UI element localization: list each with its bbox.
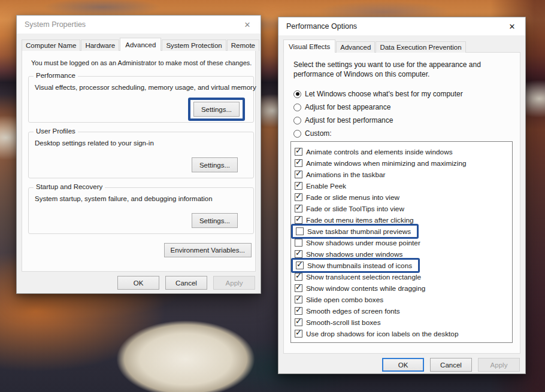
cancel-button[interactable]: Cancel: [165, 276, 207, 290]
checkbox-icon[interactable]: ✓: [296, 262, 304, 269]
ok-button[interactable]: OK: [117, 276, 159, 290]
apply-button: Apply: [213, 276, 255, 290]
radio-icon: [293, 104, 301, 111]
list-item-inner: ✓Fade or slide menus into view: [294, 192, 399, 203]
list-item[interactable]: ✓Smooth-scroll list boxes: [294, 317, 512, 328]
settings-button-performance[interactable]: Settings...: [193, 102, 240, 117]
visual-effects-radio-group: Let Windows choose what's best for my co…: [293, 87, 520, 140]
annotation-box: Save taskbar thumbnail previews: [291, 224, 419, 239]
tab-computer-name[interactable]: Computer Name: [22, 39, 80, 51]
tab-hardware[interactable]: Hardware: [81, 39, 119, 51]
list-item[interactable]: ✓Enable Peek: [294, 180, 512, 192]
checkbox-icon[interactable]: ✓: [295, 330, 302, 338]
list-item-label: Show translucent selection rectangle: [306, 273, 421, 281]
visual-effects-list[interactable]: ✓Animate controls and elements inside wi…: [290, 141, 513, 343]
list-item-label: Show thumbnails instead of icons: [307, 262, 412, 270]
checkbox-icon[interactable]: ✓: [295, 284, 302, 292]
checkbox-icon[interactable]: ✓: [295, 148, 302, 156]
check-glyph: ✓: [295, 249, 302, 257]
settings-button-user-profiles[interactable]: Settings...: [192, 157, 238, 172]
list-item-label: Animate windows when minimizing and maxi…: [306, 159, 467, 168]
group-user-profiles: User ProfilesDesktop settings related to…: [28, 132, 254, 178]
environment-variables-button[interactable]: Environment Variables...: [164, 243, 252, 257]
tab-system-protection[interactable]: System Protection: [162, 39, 226, 51]
close-icon[interactable]: ✕: [234, 16, 261, 34]
check-glyph: ✓: [295, 203, 302, 211]
list-item-label: Animate controls and elements inside win…: [306, 148, 453, 156]
list-item-inner: Show shadows under mouse pointer: [294, 237, 420, 248]
list-item[interactable]: ✓Show thumbnails instead of icons: [294, 260, 512, 271]
settings-button-startup-and-recovery[interactable]: Settings...: [192, 213, 238, 228]
group-performance: PerformanceVisual effects, processor sch…: [28, 76, 254, 123]
window-title: Performance Options: [286, 22, 357, 31]
checkbox-icon[interactable]: [296, 227, 304, 235]
annotation-box: ✓Show thumbnails instead of icons: [291, 258, 420, 273]
checkbox-icon[interactable]: ✓: [295, 205, 302, 212]
apply-button: Apply: [478, 358, 520, 372]
checkbox-icon[interactable]: ✓: [295, 250, 302, 258]
radio-option-let-windows-choose-what-s-best-for-my-computer[interactable]: Let Windows choose what's best for my co…: [293, 87, 520, 101]
tab-visual-effects[interactable]: Visual Effects: [283, 39, 335, 53]
tab-data-execution-prevention[interactable]: Data Execution Prevention: [376, 41, 465, 53]
radio-label: Adjust for best appearance: [305, 103, 390, 111]
check-glyph: ✓: [295, 294, 302, 302]
check-glyph: ✓: [295, 169, 302, 177]
list-item[interactable]: ✓Slide open combo boxes: [294, 294, 512, 305]
checkbox-icon[interactable]: ✓: [295, 171, 302, 178]
list-item[interactable]: ✓Show window contents while dragging: [294, 282, 512, 294]
tab-advanced[interactable]: Advanced: [120, 38, 161, 51]
radio-option-custom[interactable]: Custom:: [293, 127, 520, 140]
ok-button[interactable]: OK: [382, 358, 424, 372]
tab-remote[interactable]: Remote: [227, 39, 259, 51]
performance-options-tab-strip: Visual EffectsAdvancedData Execution Pre…: [278, 35, 525, 52]
close-x-glyph: ✕: [509, 23, 516, 31]
list-item-inner: ✓Show translucent selection rectangle: [294, 271, 421, 282]
performance-options-footer: OKCancelApply: [278, 358, 525, 372]
list-item-label: Use drop shadows for icon labels on the …: [306, 330, 458, 338]
advanced-tab-page: You must be logged on as an Administrato…: [22, 50, 256, 272]
checkbox-icon[interactable]: ✓: [295, 193, 302, 201]
check-glyph: ✓: [296, 260, 303, 268]
window-title: System Properties: [25, 20, 86, 29]
checkbox-icon[interactable]: ✓: [295, 296, 302, 303]
list-item[interactable]: ✓Show translucent selection rectangle: [294, 271, 512, 282]
list-item[interactable]: ✓Animations in the taskbar: [294, 169, 512, 180]
radio-option-adjust-for-best-performance[interactable]: Adjust for best performance: [293, 114, 520, 127]
group-title: User Profiles: [34, 127, 78, 135]
checkbox-icon[interactable]: ✓: [295, 273, 302, 281]
system-properties-tab-strip: Computer NameHardwareAdvancedSystem Prot…: [17, 34, 261, 50]
check-glyph: ✓: [295, 147, 302, 154]
close-icon[interactable]: ✕: [499, 17, 525, 35]
checkbox-icon[interactable]: [295, 239, 302, 247]
system-properties-titlebar[interactable]: System Properties ✕: [17, 16, 261, 34]
performance-options-titlebar[interactable]: Performance Options ✕: [278, 17, 525, 35]
checkbox-icon[interactable]: ✓: [295, 216, 302, 224]
checkbox-icon[interactable]: ✓: [295, 182, 302, 190]
check-glyph: ✓: [295, 306, 302, 314]
list-item[interactable]: ✓Animate controls and elements inside wi…: [294, 146, 512, 157]
checkbox-icon[interactable]: ✓: [295, 159, 302, 167]
list-item[interactable]: ✓Use drop shadows for icon labels on the…: [294, 328, 512, 339]
list-item-inner: ✓Fade or slide ToolTips into view: [294, 203, 404, 214]
cancel-button[interactable]: Cancel: [430, 358, 472, 372]
list-item-label: Show shadows under windows: [306, 250, 402, 259]
list-item-inner: ✓Slide open combo boxes: [294, 294, 383, 305]
list-item-label: Smooth edges of screen fonts: [306, 307, 400, 315]
radio-option-adjust-for-best-appearance[interactable]: Adjust for best appearance: [293, 101, 520, 114]
list-item[interactable]: Show shadows under mouse pointer: [294, 237, 512, 248]
check-glyph: ✓: [295, 272, 302, 279]
list-item-label: Show shadows under mouse pointer: [306, 239, 420, 247]
list-item[interactable]: ✓Fade or slide menus into view: [294, 192, 512, 203]
list-item[interactable]: ✓Fade or slide ToolTips into view: [294, 203, 512, 214]
system-properties-footer: OKCancelApply: [17, 276, 261, 290]
list-item[interactable]: ✓Smooth edges of screen fonts: [294, 305, 512, 317]
tab-advanced[interactable]: Advanced: [336, 41, 375, 53]
list-item-inner: ✓Use drop shadows for icon labels on the…: [294, 328, 458, 339]
list-item[interactable]: Save taskbar thumbnail previews: [294, 226, 512, 237]
list-item-inner: ✓Animate windows when minimizing and max…: [294, 157, 467, 169]
list-item-inner: ✓Enable Peek: [294, 180, 346, 192]
list-item[interactable]: ✓Animate windows when minimizing and max…: [294, 157, 512, 169]
checkbox-icon[interactable]: ✓: [295, 307, 302, 315]
checkbox-icon[interactable]: ✓: [295, 318, 302, 326]
list-item-label: Slide open combo boxes: [306, 296, 383, 304]
